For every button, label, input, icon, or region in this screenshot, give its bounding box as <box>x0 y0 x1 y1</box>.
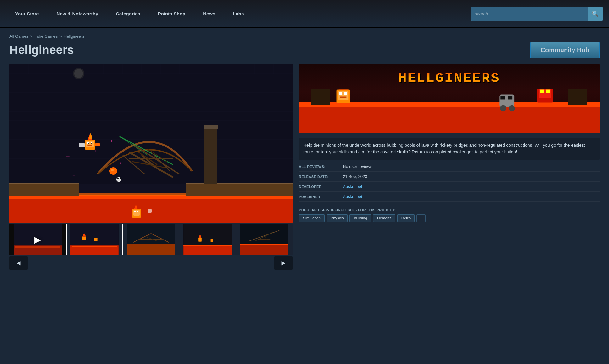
svg-rect-116 <box>344 92 347 95</box>
nav-points-shop[interactable]: Points Shop <box>149 0 194 28</box>
svg-rect-93 <box>183 224 232 245</box>
svg-rect-81 <box>72 246 117 247</box>
svg-text:+: + <box>72 172 76 179</box>
detail-release: RELEASE DATE: 21 Sep, 2023 <box>299 174 600 182</box>
breadcrumb-sep-2: > <box>59 34 62 39</box>
svg-rect-58 <box>134 211 136 212</box>
thumbnail-3[interactable] <box>179 224 236 255</box>
svg-rect-26 <box>9 64 293 184</box>
search-button[interactable]: 🔍 <box>588 7 602 21</box>
svg-rect-115 <box>339 92 342 95</box>
search-input[interactable] <box>471 7 588 21</box>
nav-new-noteworthy[interactable]: New & Noteworthy <box>48 0 107 28</box>
svg-rect-49 <box>88 143 89 144</box>
thumb-4-bg <box>237 224 292 255</box>
page-title: Hellgineers <box>9 43 74 57</box>
tag-building[interactable]: Building <box>349 214 371 222</box>
svg-rect-69 <box>117 178 119 179</box>
page-content: All Games > Indie Games > Hellgineers He… <box>0 28 609 276</box>
svg-point-61 <box>109 167 117 175</box>
game-details: ALL REVIEWS: No user reviews RELEASE DAT… <box>299 164 600 202</box>
svg-point-62 <box>111 169 114 171</box>
game-scene-svg: + + + + + <box>9 64 293 223</box>
game-header-image: HELLGINEERS <box>299 64 600 133</box>
developer-label: DEVELOPER: <box>299 184 343 189</box>
svg-rect-111 <box>568 89 587 105</box>
svg-rect-117 <box>340 96 346 98</box>
svg-rect-121 <box>540 90 544 93</box>
nav-your-store[interactable]: Your Store <box>6 0 48 28</box>
community-hub-button[interactable]: Community Hub <box>530 42 600 58</box>
thumbnail-1[interactable] <box>66 224 123 255</box>
nav-news[interactable]: News <box>194 0 224 28</box>
svg-rect-55 <box>95 143 100 146</box>
thumb-2-bg <box>123 224 179 255</box>
thumbnail-video[interactable]: ▶ <box>9 224 66 255</box>
breadcrumb-hellgineers[interactable]: Hellgineers <box>64 34 84 39</box>
pixel-logo-container: HELLGINEERS <box>299 64 600 133</box>
svg-rect-102 <box>240 244 288 245</box>
svg-rect-98 <box>211 239 213 242</box>
nav-links: Your Store New & Noteworthy Categories P… <box>6 0 471 28</box>
detail-reviews: ALL REVIEWS: No user reviews <box>299 164 600 172</box>
nav-categories[interactable]: Categories <box>107 0 149 28</box>
svg-rect-34 <box>204 127 217 184</box>
publisher-label: PUBLISHER: <box>299 194 343 199</box>
thumbnail-4[interactable] <box>236 224 293 255</box>
description-text: Help the minions of the underworld acros… <box>303 143 585 154</box>
tag-more[interactable]: + <box>416 214 426 222</box>
svg-rect-87 <box>127 244 175 255</box>
search-container: 🔍 <box>471 7 603 21</box>
svg-point-128 <box>500 105 506 111</box>
next-arrow[interactable]: ► <box>274 256 293 270</box>
svg-rect-100 <box>240 224 288 244</box>
tag-simulation[interactable]: Simulation <box>299 214 325 222</box>
svg-rect-54 <box>79 143 85 147</box>
tag-physics[interactable]: Physics <box>327 214 348 222</box>
svg-rect-59 <box>137 211 138 212</box>
svg-rect-86 <box>127 224 175 244</box>
main-screenshot[interactable]: + + + + + <box>9 64 293 223</box>
title-row: Hellgineers Community Hub <box>9 42 600 58</box>
svg-text:+: + <box>120 161 122 166</box>
game-scene: + + + + + <box>9 64 293 223</box>
svg-rect-71 <box>148 209 152 213</box>
svg-text:+: + <box>110 138 113 144</box>
svg-point-73 <box>74 69 83 78</box>
svg-rect-51 <box>87 145 92 146</box>
tags-label: Popular user-defined tags for this produ… <box>299 208 600 212</box>
release-label: RELEASE DATE: <box>299 174 343 179</box>
breadcrumb: All Games > Indie Games > Hellgineers <box>9 34 600 39</box>
game-layout: + + + + + <box>9 64 600 270</box>
thumbnail-2[interactable] <box>123 224 179 255</box>
svg-rect-84 <box>94 238 98 241</box>
developer-value[interactable]: Apskeppet <box>343 184 362 189</box>
header-art <box>299 89 600 133</box>
breadcrumb-indie-games[interactable]: Indie Games <box>35 34 58 39</box>
search-icon: 🔍 <box>592 10 599 17</box>
svg-rect-77 <box>15 246 60 248</box>
publisher-value[interactable]: Apskeppet <box>343 194 362 199</box>
svg-rect-127 <box>508 96 512 100</box>
svg-rect-82 <box>82 236 86 240</box>
svg-rect-31 <box>9 183 79 184</box>
svg-text:+: + <box>66 153 70 160</box>
navbar: Your Store New & Noteworthy Categories P… <box>0 0 609 28</box>
play-icon: ▶ <box>34 234 41 245</box>
svg-point-129 <box>509 105 515 111</box>
nav-labs[interactable]: Labs <box>224 0 253 28</box>
svg-rect-35 <box>204 125 218 129</box>
breadcrumb-all-games[interactable]: All Games <box>9 34 28 39</box>
tag-retro[interactable]: Retro <box>397 214 415 222</box>
tag-demons[interactable]: Demons <box>373 214 395 222</box>
svg-rect-79 <box>70 224 119 245</box>
tags-list: Simulation Physics Building Demons Retro… <box>299 214 600 222</box>
thumb-3-bg <box>180 224 235 255</box>
nav-arrows: ◄ ► <box>9 256 293 270</box>
svg-rect-33 <box>186 183 293 184</box>
svg-rect-101 <box>240 244 288 255</box>
svg-rect-95 <box>183 245 232 246</box>
svg-rect-50 <box>91 143 92 144</box>
svg-rect-96 <box>198 238 202 242</box>
prev-arrow[interactable]: ◄ <box>9 256 28 270</box>
